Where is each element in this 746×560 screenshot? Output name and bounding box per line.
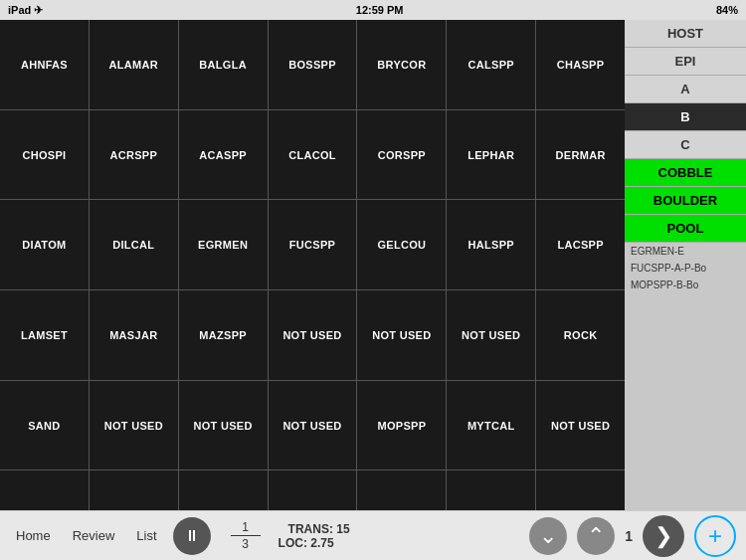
page-total: 3 — [242, 537, 249, 551]
nav-review[interactable]: Review — [67, 528, 121, 543]
trans-info: 1 3 — [231, 520, 261, 551]
sidebar-text-item: EGRMEN-E — [625, 243, 746, 260]
sidebar-btn-host[interactable]: HOST — [625, 20, 746, 48]
grid-cell[interactable]: EGRMEN — [179, 200, 269, 289]
pause-button[interactable]: ⏸ — [173, 517, 211, 555]
sidebar-btn-boulder[interactable]: BOULDER — [625, 187, 746, 215]
grid-row: AHNFASALAMARBALGLABOSSPPBRYCORCALSPPCHAS… — [0, 20, 625, 110]
grid-cell[interactable]: MASJAR — [90, 290, 179, 380]
add-icon: + — [708, 522, 722, 550]
sidebar-text-item: MOPSPP-B-Bo — [625, 277, 746, 293]
grid-cell[interactable]: NOT USED — [269, 381, 358, 470]
page-current: 1 — [242, 520, 249, 534]
grid-row: LAMSETMASJARMAZSPPNOT USEDNOT USEDNOT US… — [0, 290, 625, 381]
sidebar-btn-b[interactable]: B — [625, 103, 746, 131]
grid-cell[interactable]: NOT USED — [269, 290, 358, 380]
grid-cell[interactable]: NOT USED — [536, 381, 625, 470]
grid-cell[interactable]: MOPSPP — [357, 381, 447, 470]
grid-area: AHNFASALAMARBALGLABOSSPPBRYCORCALSPPCHAS… — [0, 20, 625, 560]
grid-row: CHOSPIACRSPPACASPPCLACOLCORSPPLEPHARDERM… — [0, 110, 625, 201]
grid-cell[interactable]: ROCK — [536, 290, 625, 380]
grid-cell[interactable]: NOT USED — [447, 290, 536, 380]
grid-cell[interactable]: LACSPP — [536, 200, 625, 289]
grid-cell[interactable]: LEPHAR — [447, 110, 536, 200]
grid-cell[interactable]: CHOSPI — [0, 110, 90, 200]
next-icon: ❯ — [654, 523, 672, 549]
chevron-up-icon: ⌃ — [587, 525, 605, 547]
grid-cell[interactable]: BALGLA — [179, 20, 269, 109]
grid-cell[interactable]: LAMSET — [0, 290, 90, 380]
next-button[interactable]: ❯ — [643, 515, 684, 557]
sidebar-text-item: FUCSPP-A-P-Bo — [625, 260, 746, 277]
grid-cell[interactable]: BRYCOR — [357, 20, 447, 109]
status-left: iPad ✈ — [8, 4, 43, 17]
grid-cell[interactable]: DILCAL — [90, 200, 179, 289]
nav-list[interactable]: List — [130, 528, 162, 543]
grid-cell[interactable]: CHASPP — [536, 20, 625, 109]
grid-row: DIATOMDILCALEGRMENFUCSPPGELCOUHALSPPLACS… — [0, 200, 625, 290]
grid-cell[interactable]: HALSPP — [447, 200, 536, 289]
pause-icon: ⏸ — [184, 527, 200, 545]
grid-cell[interactable]: GELCOU — [357, 200, 447, 289]
grid-cell[interactable]: MAZSPP — [179, 290, 269, 380]
grid-row: SANDNOT USEDNOT USEDNOT USEDMOPSPPMYTCAL… — [0, 381, 625, 471]
loc-label: LOC: 2.75 — [279, 536, 350, 550]
page-number: 1 — [625, 528, 633, 544]
status-right: 84% — [716, 4, 738, 16]
grid-cell[interactable]: NOT USED — [90, 381, 179, 470]
sidebar-btn-cobble[interactable]: COBBLE — [625, 159, 746, 187]
page-divider — [231, 535, 261, 536]
add-button[interactable]: + — [694, 515, 736, 557]
bottom-bar: Home Review List ⏸ 1 3 TRANS: 15 LOC: 2.… — [0, 510, 746, 560]
chevron-up-button[interactable]: ⌃ — [577, 517, 615, 555]
sidebar-btn-a[interactable]: A — [625, 76, 746, 103]
grid-cell[interactable]: SAND — [0, 381, 90, 470]
chevron-down-icon: ⌄ — [539, 525, 557, 547]
grid-cell[interactable]: ACASPP — [179, 110, 269, 200]
trans-loc-info: TRANS: 15 LOC: 2.75 — [279, 522, 350, 550]
sidebar: HOSTEPIABCCOBBLEBOULDERPOOLEGRMEN-EFUCSP… — [625, 20, 746, 560]
grid-cell[interactable]: CALSPP — [447, 20, 536, 109]
grid-cell[interactable]: DERMAR — [536, 110, 625, 200]
sidebar-btn-epi[interactable]: EPI — [625, 48, 746, 76]
grid-cell[interactable]: CLACOL — [269, 110, 358, 200]
grid-cell[interactable]: ALAMAR — [90, 20, 179, 109]
grid-cell[interactable]: DIATOM — [0, 200, 90, 289]
grid-cell[interactable]: MYTCAL — [447, 381, 536, 470]
grid-cell[interactable]: NOT USED — [357, 290, 447, 380]
trans-label: TRANS: 15 — [288, 522, 350, 536]
chevron-down-button[interactable]: ⌄ — [529, 517, 567, 555]
grid-cell[interactable]: FUCSPP — [269, 200, 358, 289]
sidebar-btn-pool[interactable]: POOL — [625, 215, 746, 243]
status-center: 12:59 PM — [356, 4, 404, 16]
status-bar: iPad ✈ 12:59 PM 84% — [0, 0, 746, 20]
grid-cell[interactable]: NOT USED — [179, 381, 269, 470]
grid-cell[interactable]: ACRSPP — [90, 110, 179, 200]
sidebar-btn-c[interactable]: C — [625, 131, 746, 159]
nav-home[interactable]: Home — [10, 528, 57, 543]
grid-cell[interactable]: AHNFAS — [0, 20, 90, 109]
grid-cell[interactable]: CORSPP — [357, 110, 447, 200]
grid-cell[interactable]: BOSSPP — [269, 20, 358, 109]
